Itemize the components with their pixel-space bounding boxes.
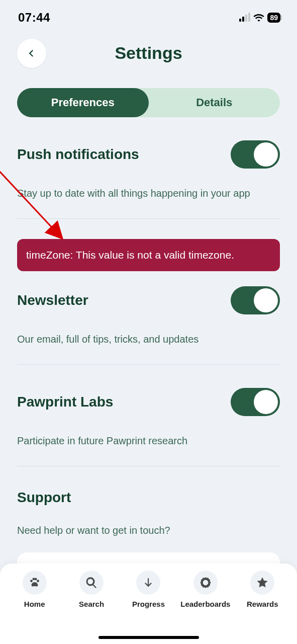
nav-leaderboards-label: Leaderboards bbox=[180, 600, 230, 608]
wifi-icon bbox=[253, 14, 264, 22]
nav-progress[interactable]: Progress bbox=[123, 571, 173, 644]
nav-leaderboards[interactable]: Leaderboards bbox=[180, 571, 231, 644]
labs-desc: Participate in future Pawprint research bbox=[17, 435, 280, 447]
back-button[interactable] bbox=[17, 39, 46, 68]
newsletter-toggle[interactable] bbox=[231, 286, 280, 314]
push-toggle[interactable] bbox=[231, 140, 280, 169]
battery-icon: 89 bbox=[267, 13, 282, 23]
svg-point-2 bbox=[34, 578, 37, 581]
paw-icon bbox=[28, 576, 41, 589]
svg-point-1 bbox=[32, 578, 35, 581]
push-title: Push notifications bbox=[17, 146, 139, 163]
nav-rewards[interactable]: Rewards bbox=[237, 571, 287, 644]
nav-progress-label: Progress bbox=[132, 600, 165, 608]
support-title: Support bbox=[17, 490, 71, 506]
labs-toggle[interactable] bbox=[231, 388, 280, 416]
status-indicators: 89 bbox=[239, 13, 282, 23]
labs-title: Pawprint Labs bbox=[17, 394, 113, 410]
chevron-left-icon bbox=[27, 49, 36, 58]
tab-preferences[interactable]: Preferences bbox=[17, 88, 149, 117]
status-time: 07:44 bbox=[18, 11, 50, 25]
section-newsletter: Newsletter Our email, full of tips, tric… bbox=[17, 271, 280, 365]
bottom-nav: Home Search Progress Leaderboards Reward… bbox=[0, 564, 297, 644]
tab-details[interactable]: Details bbox=[149, 88, 280, 117]
svg-point-3 bbox=[37, 580, 39, 582]
push-desc: Stay up to date with all things happenin… bbox=[17, 188, 280, 199]
nav-search-label: Search bbox=[79, 600, 104, 608]
page-title: Settings bbox=[115, 43, 182, 63]
section-support: Support Need help or want to get in touc… bbox=[17, 466, 280, 536]
badge-icon bbox=[199, 576, 212, 589]
nav-home-label: Home bbox=[24, 600, 45, 608]
section-labs: Pawprint Labs Participate in future Pawp… bbox=[17, 365, 280, 466]
nav-search[interactable]: Search bbox=[66, 571, 117, 644]
star-icon bbox=[256, 576, 269, 589]
newsletter-desc: Our email, full of tips, tricks, and upd… bbox=[17, 334, 280, 345]
newsletter-title: Newsletter bbox=[17, 292, 88, 308]
battery-level: 89 bbox=[267, 13, 280, 23]
arrow-down-icon bbox=[142, 576, 155, 589]
svg-point-0 bbox=[30, 580, 33, 582]
status-bar: 07:44 89 bbox=[0, 0, 297, 28]
error-banner: timeZone: This value is not a valid time… bbox=[17, 239, 280, 271]
support-desc: Need help or want to get in touch? bbox=[17, 525, 280, 536]
nav-home[interactable]: Home bbox=[10, 571, 60, 644]
home-indicator bbox=[98, 636, 199, 639]
tabs-segmented: Preferences Details bbox=[17, 88, 280, 117]
cellular-icon bbox=[239, 14, 250, 22]
divider bbox=[17, 218, 280, 219]
search-icon bbox=[85, 576, 98, 589]
section-push: Push notifications Stay up to date with … bbox=[17, 117, 280, 219]
header: Settings bbox=[0, 28, 297, 73]
nav-rewards-label: Rewards bbox=[247, 600, 278, 608]
